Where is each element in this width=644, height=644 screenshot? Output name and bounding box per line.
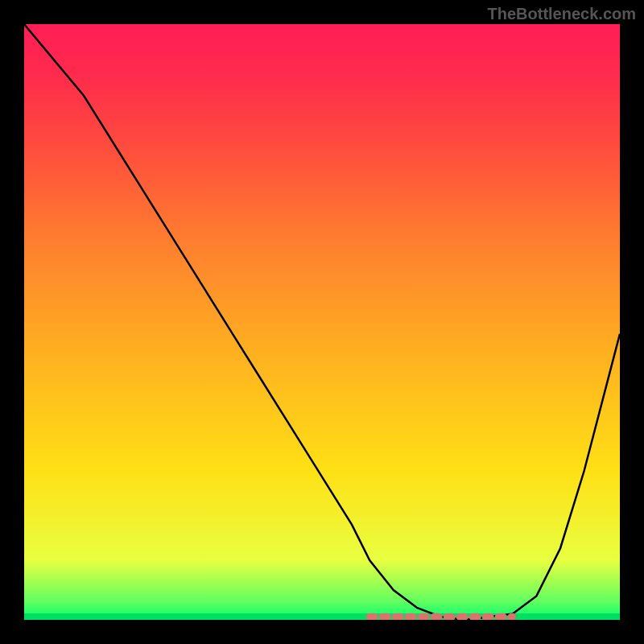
chart-svg bbox=[24, 24, 620, 620]
curve-line bbox=[24, 24, 620, 620]
plot-area bbox=[24, 24, 620, 620]
watermark-text: TheBottleneck.com bbox=[488, 5, 636, 23]
